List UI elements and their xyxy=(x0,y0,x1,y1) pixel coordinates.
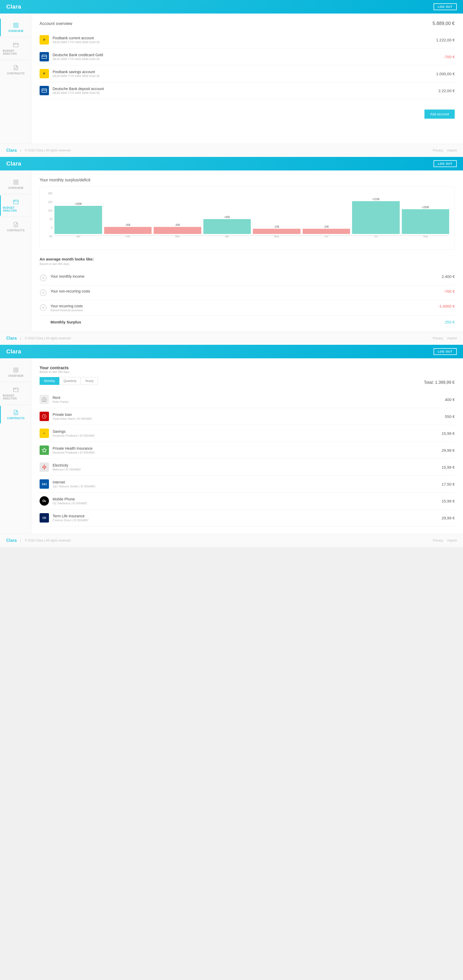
bar-feb: -45€ Feb xyxy=(104,192,152,238)
svg-rect-38 xyxy=(16,371,18,372)
bar-label-feb: -45€ xyxy=(125,224,131,226)
cosmos-icon-text: CD xyxy=(42,517,46,519)
footer-imprint-link[interactable]: Imprint xyxy=(447,149,457,152)
contract-item-rent: Rent Peter Parker 400 € xyxy=(40,391,455,408)
svg-rect-1 xyxy=(16,23,18,25)
account-overview-title: Account overview xyxy=(40,21,72,26)
add-account-button[interactable]: Add account xyxy=(425,110,455,119)
contract-item-electricity: Electricity Mainova | ID 5554883 15,99 € xyxy=(40,459,455,476)
footer-left: Clara | © 2016 Clara | All rights reserv… xyxy=(6,148,70,153)
y-label: 200 xyxy=(45,192,52,195)
sidebar-item-contracts-3[interactable]: CONTRACTS xyxy=(0,406,31,423)
sidebar-item-contracts-2[interactable]: CONTRACTS xyxy=(0,218,31,235)
svg-rect-18 xyxy=(16,180,18,181)
footer-privacy-link-2[interactable]: Privacy xyxy=(433,336,443,340)
contracts-total: Total: 1.399,99 € xyxy=(424,380,455,385)
app-logo: Clara xyxy=(6,3,21,10)
contract-sub: Oyak Anker Bank | ID 5554883 xyxy=(53,417,445,420)
budget-title: Your monthly surplus/deficit xyxy=(40,178,455,182)
chart-bars-area: +180€ Jan -45€ Feb xyxy=(54,192,449,244)
svg-marker-47 xyxy=(42,465,46,469)
sidebar-3: OVERVIEW BUDGET ANALYSIS CONT xyxy=(0,358,31,534)
avg-sub: thereof financial provision xyxy=(51,309,438,312)
sidebar-divider xyxy=(0,382,31,382)
contract-name: Private Health Insurance xyxy=(53,446,442,450)
page-footer-1: Clara | © 2016 Clara | All rights reserv… xyxy=(0,144,463,157)
contract-sub: Deutsche Postbank | ID 5554883 xyxy=(53,434,442,437)
bars-container: +180€ Jan -45€ Feb xyxy=(54,192,449,238)
tab-yearly[interactable]: Yearly xyxy=(81,377,98,385)
contract-name: Term Life Insurance xyxy=(53,514,442,518)
sidebar-label-overview: OVERVIEW xyxy=(8,30,24,33)
sidebar-item-overview-3[interactable]: OVERVIEW xyxy=(0,364,31,381)
sidebar-item-overview[interactable]: OVERVIEW xyxy=(0,19,31,36)
main-content-2: Your monthly surplus/deficit 200 150 100… xyxy=(31,170,463,331)
y-label: 0 xyxy=(45,226,52,229)
footer-imprint-link-3[interactable]: Imprint xyxy=(447,539,457,542)
sidebar-item-budget[interactable]: BUDGET ANALYSIS xyxy=(0,38,31,59)
bar-neg-jun xyxy=(303,229,350,234)
account-iban: DE30 5999 7770 4455 6899 5344 56 xyxy=(53,75,436,78)
nonrecurring-icon xyxy=(40,289,47,296)
contract-sub: 1&1 Telecom GmbH | ID 5554865 xyxy=(53,485,442,488)
footer-sep: | xyxy=(20,149,21,152)
footer-logo: Clara xyxy=(6,538,17,543)
logout-button[interactable]: LOG OUT xyxy=(434,3,457,10)
sidebar-item-budget-3[interactable]: BUDGET ANALYSIS xyxy=(0,383,31,404)
contract-name: Rent xyxy=(53,396,445,400)
contract-item-savings: P Savings Deutsche Postbank | ID 5554883… xyxy=(40,425,455,442)
sidebar-label-contracts: CONTRACTS xyxy=(7,72,24,75)
avg-info: Your non-recurring costs xyxy=(51,289,444,293)
sidebar-label: OVERVIEW xyxy=(8,186,24,189)
logout-button-3[interactable]: LOG OUT xyxy=(434,348,457,355)
svg-rect-3 xyxy=(16,26,18,27)
electricity-icon xyxy=(40,462,49,472)
bar-neg-mar xyxy=(154,227,201,234)
svg-text:P: P xyxy=(44,433,45,434)
contract-sub: O2 Telefónica | ID 5554887 xyxy=(53,502,442,505)
svg-text:P: P xyxy=(43,72,45,75)
tab-row: Monthly Quarterly Yearly Total: 1.399,99… xyxy=(40,377,455,390)
page-section-3: OVERVIEW BUDGET ANALYSIS CONT xyxy=(0,358,463,534)
footer-privacy-link-3[interactable]: Privacy xyxy=(433,539,443,542)
tab-quarterly[interactable]: Quarterly xyxy=(59,377,81,385)
sidebar-item-budget-2[interactable]: BUDGET ANALYSIS xyxy=(0,196,31,216)
contract-sub: Peter Parker xyxy=(53,400,445,403)
avg-row-income: Your monthly income 2.400 € xyxy=(40,270,455,285)
bar-neg-may xyxy=(253,229,300,234)
income-icon xyxy=(40,274,47,282)
sidebar-label-budget: BUDGET ANALYSIS xyxy=(3,49,29,55)
svg-text:P: P xyxy=(43,38,45,41)
footer-copyright: © 2016 Clara | All rights reserved xyxy=(25,149,70,152)
svg-rect-36 xyxy=(16,368,18,369)
sidebar-divider-2 xyxy=(0,60,31,60)
internet-icon: 1&1 xyxy=(40,479,49,489)
sidebar-item-overview-2[interactable]: OVERVIEW xyxy=(0,176,31,193)
contract-amount-rent: 400 € xyxy=(445,397,455,402)
account-name: Postbank savings account xyxy=(53,70,436,74)
account-item: P Postbank current account DE30 5999 777… xyxy=(40,32,455,48)
account-info: Deutsche Bank creditcard Gold DE30 5999 … xyxy=(53,53,444,60)
avg-name: Your recurring costs xyxy=(51,304,438,308)
logout-button-2[interactable]: LOG OUT xyxy=(434,160,457,167)
svg-rect-39 xyxy=(14,388,18,392)
surplus-value: 250 € xyxy=(445,320,455,324)
bar-pos-apr xyxy=(203,219,251,234)
contract-amount-savings: 15,99 € xyxy=(442,431,455,436)
y-label: 50 xyxy=(45,218,52,221)
footer-privacy-link[interactable]: Privacy xyxy=(433,149,443,152)
footer-imprint-link-2[interactable]: Imprint xyxy=(447,336,457,340)
postbank-icon-2: P xyxy=(40,69,49,78)
contract-item-internet: 1&1 Internet 1&1 Telecom GmbH | ID 55548… xyxy=(40,476,455,493)
sidebar-item-contracts[interactable]: CONTRACTS xyxy=(0,61,31,79)
contract-item-insurance: CD Term Life Insurance Cosmos Direct | I… xyxy=(40,509,455,527)
account-iban: DE30 5999 7770 4455 6899 5344 56 xyxy=(53,57,444,60)
tab-monthly[interactable]: Monthly xyxy=(40,377,59,385)
contract-item-loan: Private loan Oyak Anker Bank | ID 555488… xyxy=(40,408,455,425)
contract-name: Electricity xyxy=(53,463,442,467)
svg-rect-37 xyxy=(14,371,15,372)
contract-info: Mobile Phone O2 Telefónica | ID 5554887 xyxy=(53,497,442,505)
footer-right: Privacy Imprint xyxy=(433,539,457,542)
sidebar-label: BUDGET ANALYSIS xyxy=(3,394,29,400)
avg-info: Your monthly income xyxy=(51,274,442,278)
